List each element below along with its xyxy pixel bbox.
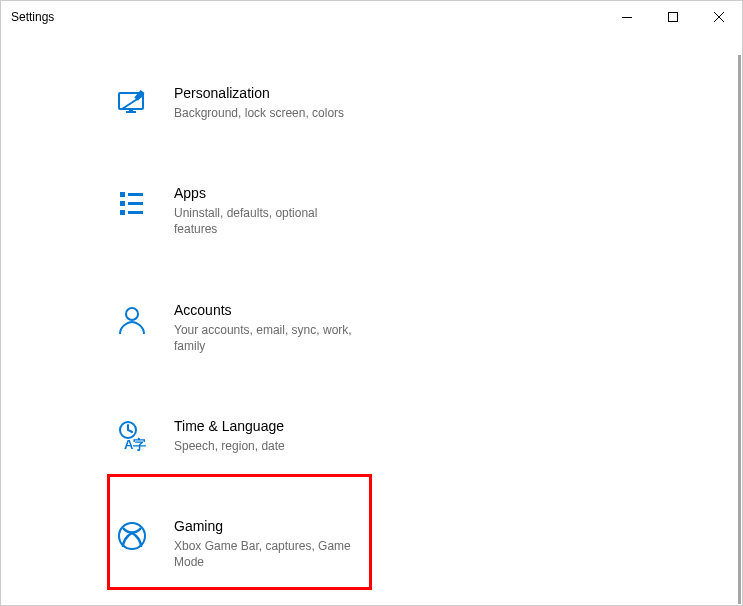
minimize-icon xyxy=(622,17,632,18)
scrollbar[interactable] xyxy=(738,55,741,604)
personalization-icon xyxy=(116,87,154,119)
svg-text:A字: A字 xyxy=(124,437,146,452)
category-gaming[interactable]: Gaming Xbox Game Bar, captures, Game Mod… xyxy=(116,506,381,582)
svg-rect-1 xyxy=(669,13,678,22)
tile-title: Apps xyxy=(174,185,361,201)
tile-desc: Your accounts, email, sync, work, family xyxy=(174,322,361,354)
svg-rect-5 xyxy=(129,109,133,112)
maximize-icon xyxy=(668,12,678,22)
tile-title: Accounts xyxy=(174,302,361,318)
category-personalization[interactable]: Personalization Background, lock screen,… xyxy=(116,73,381,133)
svg-point-12 xyxy=(126,308,138,320)
tile-text: Gaming Xbox Game Bar, captures, Game Mod… xyxy=(174,518,381,570)
svg-rect-10 xyxy=(128,202,143,205)
tile-desc: Speech, region, date xyxy=(174,438,361,454)
category-apps[interactable]: Apps Uninstall, defaults, optional featu… xyxy=(116,173,381,249)
gaming-icon xyxy=(116,520,154,552)
tile-desc: Xbox Game Bar, captures, Game Mode xyxy=(174,538,361,570)
tile-text: Time & Language Speech, region, date xyxy=(174,418,381,454)
svg-rect-11 xyxy=(128,211,143,214)
tile-desc: Uninstall, defaults, optional features xyxy=(174,205,361,237)
tile-text: Accounts Your accounts, email, sync, wor… xyxy=(174,302,381,354)
svg-rect-8 xyxy=(120,210,125,215)
settings-grid: Personalization Background, lock screen,… xyxy=(1,33,742,606)
minimize-button[interactable] xyxy=(604,1,650,33)
tile-title: Time & Language xyxy=(174,418,361,434)
tile-title: Personalization xyxy=(174,85,361,101)
window-controls xyxy=(604,1,742,33)
svg-rect-7 xyxy=(120,201,125,206)
apps-icon xyxy=(116,187,154,219)
svg-rect-6 xyxy=(120,192,125,197)
tile-text: Personalization Background, lock screen,… xyxy=(174,85,381,121)
close-icon xyxy=(714,12,724,22)
category-accounts[interactable]: Accounts Your accounts, email, sync, wor… xyxy=(116,290,381,366)
accounts-icon xyxy=(116,304,154,336)
tile-text: Apps Uninstall, defaults, optional featu… xyxy=(174,185,381,237)
close-button[interactable] xyxy=(696,1,742,33)
category-time-language[interactable]: A字 Time & Language Speech, region, date xyxy=(116,406,381,466)
time-language-icon: A字 xyxy=(116,420,154,452)
tile-desc: Background, lock screen, colors xyxy=(174,105,361,121)
maximize-button[interactable] xyxy=(650,1,696,33)
svg-rect-0 xyxy=(622,17,632,18)
tile-title: Gaming xyxy=(174,518,361,534)
svg-rect-9 xyxy=(128,193,143,196)
window-title: Settings xyxy=(11,10,54,24)
